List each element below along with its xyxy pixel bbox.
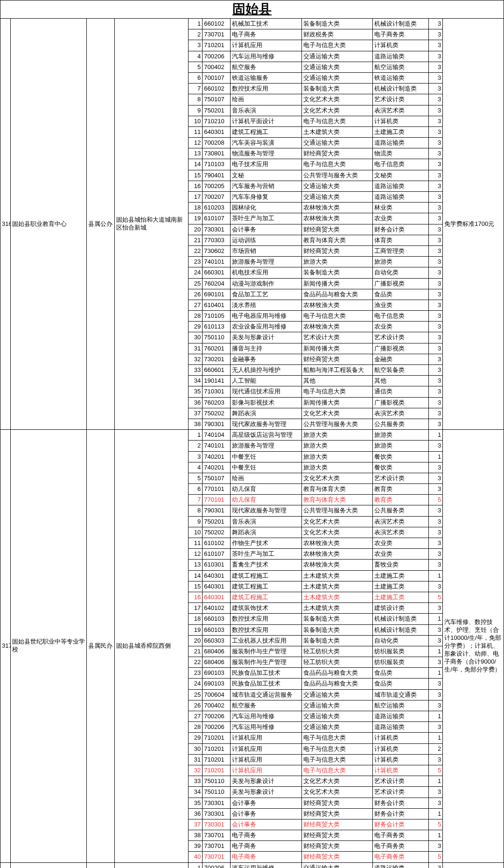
years: 3 (428, 386, 442, 397)
row-num: 10 (188, 527, 202, 538)
major-code: 770101 (203, 495, 231, 505)
category-a: 文化艺术大类 (301, 105, 372, 116)
row-num: 30 (188, 743, 202, 754)
category-b: 计算机类 (373, 733, 429, 743)
years: 5 (428, 495, 442, 505)
major-code: 640301 (203, 126, 231, 137)
table-row: 318固始县申达职业技术学校县属民办固始县城南新二街1700206汽车运用与维修… (0, 862, 504, 868)
major-name: 民族食品加工技术 (231, 668, 301, 679)
major-code: 750202 (203, 408, 231, 419)
years: 3 (428, 235, 442, 245)
major-name: 淡水养殖 (231, 300, 301, 310)
category-a: 农林牧渔大类 (301, 560, 372, 570)
years: 3 (428, 245, 442, 256)
years: 3 (428, 40, 442, 51)
row-num: 31 (188, 343, 202, 354)
category-a: 文化艺术大类 (301, 94, 372, 105)
years: 5 (428, 852, 442, 862)
row-num: 18 (188, 614, 202, 624)
major-name: 高星级饭店运营与管理 (231, 430, 301, 441)
major-code: 750107 (203, 473, 231, 483)
major-name: 会计事务 (231, 798, 301, 808)
years: 1 (428, 776, 442, 787)
row-num: 23 (188, 668, 202, 679)
category-a: 旅游大类 (301, 451, 372, 462)
major-code: 730301 (203, 819, 231, 830)
major-code: 790301 (203, 505, 231, 516)
category-b: 纺织服装类 (373, 657, 429, 668)
major-name: 电子商务 (231, 29, 301, 40)
major-code: 730301 (203, 224, 231, 235)
row-num: 23 (188, 257, 202, 267)
category-a: 旅游大类 (301, 257, 372, 267)
row-num: 27 (188, 711, 202, 722)
category-b: 电子商务类 (373, 29, 429, 40)
school-id: 318 (0, 862, 11, 868)
category-a: 文化艺术大类 (301, 473, 372, 483)
row-num: 19 (188, 624, 202, 635)
years: 3 (428, 376, 442, 386)
years: 3 (428, 332, 442, 343)
major-code: 610401 (203, 300, 231, 310)
category-a: 装备制造大类 (301, 624, 372, 635)
category-b: 计算机类 (373, 40, 429, 51)
row-num: 40 (188, 852, 202, 862)
major-code: 680406 (203, 657, 231, 668)
major-code: 790401 (203, 170, 231, 181)
category-b: 农业类 (373, 322, 429, 332)
major-code: 700402 (203, 62, 231, 72)
category-b: 电子商务类 (373, 830, 429, 841)
years: 3 (428, 624, 442, 635)
major-code: 660303 (203, 635, 231, 646)
major-code: 690103 (203, 679, 231, 689)
major-code: 700107 (203, 72, 231, 83)
school-addr: 固始县城南新二街 (114, 862, 188, 868)
major-code: 610113 (203, 322, 231, 332)
years: 3 (428, 505, 442, 516)
major-code: 640301 (203, 581, 231, 592)
years: 3 (428, 397, 442, 408)
major-name: 中餐烹饪 (231, 462, 301, 473)
major-name: 农业设备应用与维修 (231, 322, 301, 332)
row-num: 22 (188, 245, 202, 256)
category-a: 装备制造大类 (301, 635, 372, 646)
years: 3 (428, 419, 442, 429)
major-code: 680406 (203, 646, 231, 657)
years: 3 (428, 754, 442, 765)
row-num: 4 (188, 51, 202, 62)
years: 1 (428, 430, 442, 441)
major-name: 食品加工工艺 (231, 289, 301, 300)
major-name: 音乐表演 (231, 516, 301, 527)
years: 1 (428, 668, 442, 679)
row-num: 6 (188, 484, 202, 495)
category-b: 财务会计类 (373, 808, 429, 819)
major-name: 幼儿保育 (231, 495, 301, 505)
major-name: 汽车车身修复 (231, 192, 301, 203)
years: 3 (428, 516, 442, 527)
category-b: 林业类 (373, 203, 429, 213)
major-code: 750201 (203, 105, 231, 116)
years: 1 (428, 646, 442, 657)
category-b: 物流类 (373, 148, 429, 159)
row-num: 11 (188, 538, 202, 549)
row-num: 35 (188, 386, 202, 397)
major-name: 茶叶生产与加工 (231, 213, 301, 224)
major-code: 760203 (203, 397, 231, 408)
major-name: 服装制作与生产管理 (231, 646, 301, 657)
row-num: 2 (188, 29, 202, 40)
row-num: 24 (188, 679, 202, 689)
row-num: 25 (188, 278, 202, 289)
years: 1 (428, 570, 442, 581)
category-b: 畜牧业类 (373, 560, 429, 570)
category-b: 表演艺术类 (373, 527, 429, 538)
years: 3 (428, 278, 442, 289)
years: 3 (428, 462, 442, 473)
years: 3 (428, 224, 442, 235)
category-b: 金融类 (373, 354, 429, 364)
row-num: 33 (188, 365, 202, 376)
category-b: 计算机类 (373, 116, 429, 126)
category-b: 建筑设计类 (373, 603, 429, 614)
years: 3 (428, 116, 442, 126)
category-b: 机械设计制造类 (373, 19, 429, 29)
row-num: 13 (188, 148, 202, 159)
